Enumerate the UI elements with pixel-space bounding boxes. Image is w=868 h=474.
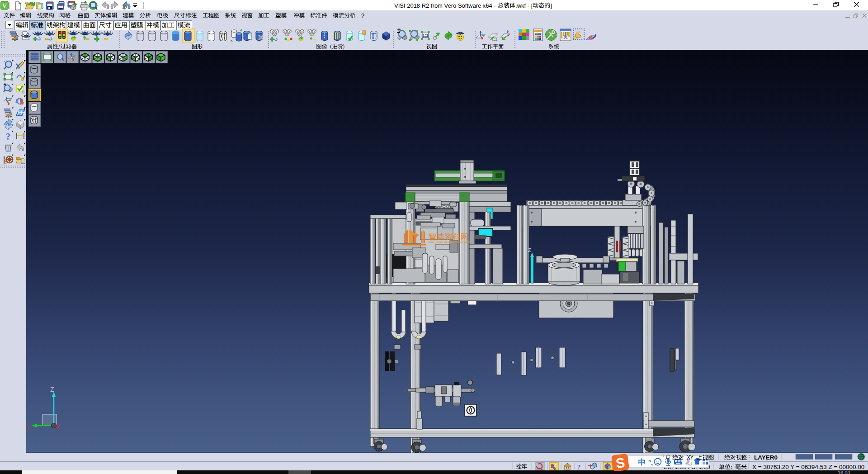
svg-text:S: S bbox=[615, 455, 626, 471]
svg-text:°,: °, bbox=[648, 459, 653, 466]
svg-text:7: 7 bbox=[689, 462, 691, 465]
